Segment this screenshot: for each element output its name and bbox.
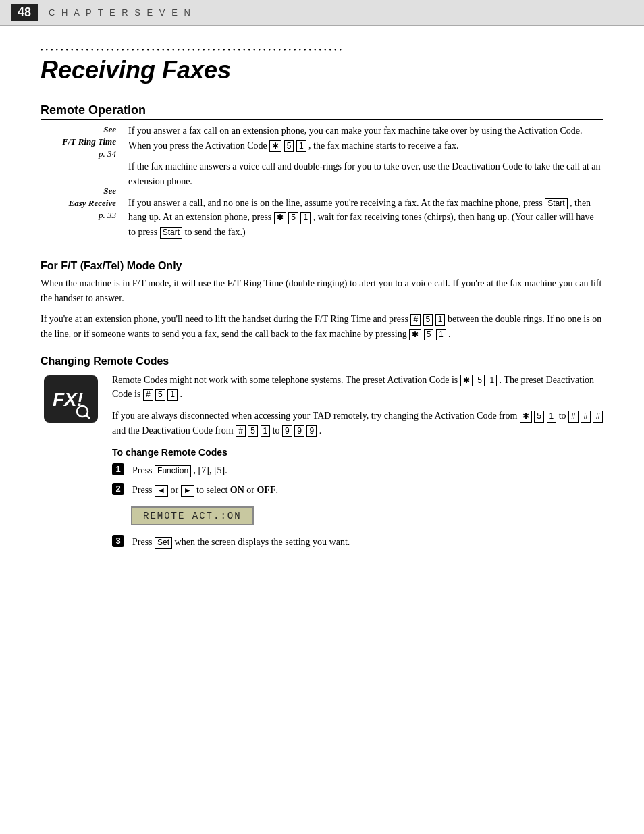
codes-section-layout: FX! Remote Codes might not work with som…	[41, 373, 603, 555]
dots-line: ••••••••••••••••••••••••••••••••••••••••…	[41, 46, 344, 53]
step-1: 1 Press Function , [7], [5].	[112, 463, 603, 477]
para-preset-codes: Remote Codes might not work with some te…	[112, 373, 603, 402]
key-hash-2: #	[143, 389, 153, 401]
key-9-2: 9	[294, 425, 304, 438]
sidebar-ft-ring: See F/T Ring Time p. 34 See Easy Receive…	[41, 124, 128, 246]
key-right: ►	[181, 485, 194, 497]
key-9-3: 9	[306, 425, 317, 438]
key-start-1: Start	[545, 198, 567, 210]
para-no-one: If you answer a call, and no one is on t…	[128, 196, 603, 240]
section-heading-codes: Changing Remote Codes	[41, 355, 603, 367]
para-disconnected: If you are always disconnected when acce…	[112, 409, 603, 438]
key-star-4: ✱	[460, 375, 473, 387]
key-star-2: ✱	[274, 212, 286, 224]
step-number-3: 3	[112, 535, 127, 547]
para-deactivation: If the fax machine answers a voice call …	[128, 159, 603, 188]
section-changing-codes: Changing Remote Codes FX! Remote Codes m…	[41, 355, 603, 555]
section-heading-ft: For F/T (Fax/Tel) Mode Only	[41, 260, 603, 272]
key-star-1: ✱	[269, 140, 281, 153]
key-5-1: 5	[284, 140, 294, 153]
key-hash-5: #	[593, 411, 603, 423]
key-star-3: ✱	[409, 329, 421, 341]
decorative-dots: ••••••••••••••••••••••••••••••••••••••••…	[41, 46, 603, 53]
key-1-6: 1	[167, 389, 178, 401]
step-2: 2 Press ◄ or ► to select ON or OFF.	[112, 483, 603, 497]
remote-operation-body: If you answer a fax call on an extension…	[128, 124, 603, 246]
from-label-1: from	[499, 411, 520, 421]
page-number: 48	[11, 4, 38, 21]
section-remote-operation: Remote Operation See F/T Ring Time p. 34…	[41, 103, 603, 246]
key-start-2: Start	[160, 227, 182, 239]
from-label-2: from	[215, 425, 236, 436]
key-1-4: 1	[436, 329, 446, 341]
key-left: ◄	[155, 485, 168, 497]
key-1-3: 1	[435, 314, 446, 326]
para-activation: If you answer a fax call on an extension…	[128, 124, 603, 153]
key-5-8: 5	[248, 425, 258, 438]
chapter-label: C H A P T E R S E V E N	[49, 7, 192, 18]
page-title: Receiving Faxes	[41, 56, 603, 84]
key-5-7: 5	[534, 411, 544, 423]
key-hash-6: #	[236, 425, 246, 438]
key-5-5: 5	[475, 375, 485, 387]
key-9-1: 9	[282, 425, 292, 438]
key-5-6: 5	[155, 389, 165, 401]
step-3-press: Press	[132, 537, 155, 547]
step-1-after: , [7], [5].	[194, 465, 227, 475]
key-hash-3: #	[568, 411, 579, 423]
step-number-1: 1	[112, 463, 127, 475]
key-1-5: 1	[487, 375, 497, 387]
fxi-svg: FX!	[47, 379, 95, 419]
remote-operation-content: See F/T Ring Time p. 34 See Easy Receive…	[41, 124, 603, 246]
step-number-2: 2	[112, 483, 127, 495]
section-ft-mode: For F/T (Fax/Tel) Mode Only When the mac…	[41, 260, 603, 342]
step-2-content: Press ◄ or ► to select ON or OFF.	[132, 483, 603, 497]
lcd-display: REMOTE ACT.:ON	[131, 506, 254, 525]
key-5-3: 5	[423, 314, 433, 326]
step-1-content: Press Function , [7], [5].	[132, 463, 603, 477]
main-content: ••••••••••••••••••••••••••••••••••••••••…	[0, 26, 644, 581]
to-change-heading: To change Remote Codes	[112, 447, 603, 458]
svg-line-2	[86, 415, 90, 419]
fxi-image-container: FX!	[41, 373, 101, 555]
fxi-badge: FX!	[44, 375, 98, 423]
key-5-2: 5	[288, 212, 298, 224]
steps-list: 1 Press Function , [7], [5]. 2	[112, 463, 603, 549]
step-1-press: Press	[132, 465, 155, 475]
key-1-7: 1	[547, 411, 557, 423]
key-5-4: 5	[424, 329, 434, 341]
key-1-1: 1	[296, 140, 306, 153]
para-ft-mode-2: If you're at an extension phone, you'll …	[41, 312, 603, 341]
key-hash-4: #	[581, 411, 591, 423]
key-1-8: 1	[261, 425, 271, 438]
key-hash-1: #	[410, 314, 421, 326]
step-3-content: Press Set when the screen displays the s…	[132, 535, 603, 549]
page-header: 48 C H A P T E R S E V E N	[0, 0, 644, 26]
para-ft-mode-1: When the machine is in F/T mode, it will…	[41, 276, 603, 305]
step-2-press: Press	[132, 485, 155, 495]
codes-body: Remote Codes might not work with some te…	[112, 373, 603, 555]
step-3: 3 Press Set when the screen displays the…	[112, 535, 603, 549]
key-star-5: ✱	[520, 411, 532, 423]
section-heading-remote: Remote Operation	[41, 103, 603, 120]
key-function: Function	[155, 465, 191, 477]
key-1-2: 1	[300, 212, 311, 224]
key-set: Set	[155, 537, 172, 549]
